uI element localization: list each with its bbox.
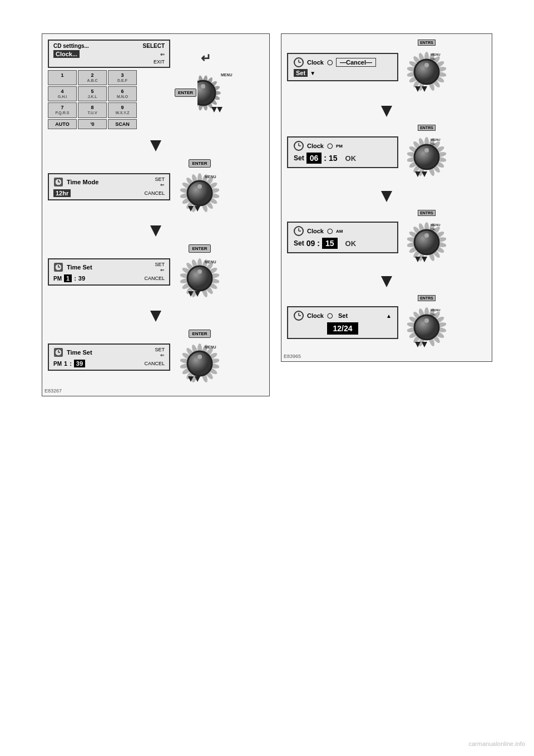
clock-icon-r4 <box>294 311 304 321</box>
am-label-r3: AM <box>336 229 343 234</box>
arrow-icon-3: ⇐ <box>160 267 165 273</box>
clock-icon-r2 <box>294 141 304 151</box>
key-8[interactable]: 8 T.U.V <box>78 102 107 117</box>
enter-button-4[interactable]: ENTER <box>189 330 210 338</box>
key-2[interactable]: 2 A.B.C <box>78 70 107 85</box>
clock-sub-icon-r2: ◯ <box>327 143 333 149</box>
svg-text:MENU: MENU <box>431 53 441 56</box>
key-6-label: 6 <box>121 89 123 94</box>
right-screen-3: Clock ◯ AM Set 09 : 15 OK <box>287 222 398 253</box>
key-9-sub: W.X.Y.Z <box>110 111 135 115</box>
knob-svg-r3: MENU OK <box>407 218 446 265</box>
key-scan[interactable]: SCAN <box>108 119 137 130</box>
key-9-label: 9 <box>121 105 123 110</box>
knob-svg-r1: MENU OK <box>407 47 446 95</box>
clock-label-r3: Clock <box>307 228 324 234</box>
svg-point-186 <box>424 233 429 238</box>
key-1-label: 1 <box>61 72 63 78</box>
colon-3: : <box>74 275 76 282</box>
set-label-r4: Set <box>338 312 348 319</box>
svg-text:OK: OK <box>431 143 436 146</box>
key-4[interactable]: 4 G.H.I <box>48 86 77 101</box>
min-value-3: 39 <box>78 275 85 282</box>
key-4-label: 4 <box>61 89 63 94</box>
clock-label-r4: Clock <box>307 312 324 319</box>
pm-label-r2: PM <box>336 144 343 149</box>
enter-button-1[interactable]: ENTER <box>175 89 196 97</box>
svg-marker-23 <box>217 107 222 112</box>
key-3-label: 3 <box>121 72 123 78</box>
set-label-3: SET <box>155 262 165 267</box>
svg-point-158 <box>424 148 429 153</box>
curved-arrow-icon: ↵ <box>201 51 211 66</box>
svg-text:OK: OK <box>431 228 436 231</box>
cd-settings-screen: CD settings... SELECT Clock... ⇐ EXIT <box>48 40 170 68</box>
key-auto[interactable]: AUTO <box>48 119 77 130</box>
fan-svg-1: MENU <box>197 68 236 118</box>
key-3[interactable]: 3 D.E.F <box>108 70 137 85</box>
svg-text:MENU: MENU <box>431 308 441 312</box>
svg-marker-134 <box>422 86 427 92</box>
key-2-sub: A.B.C <box>80 78 105 83</box>
cancel-label-4: CANCEL <box>144 361 165 366</box>
key-1[interactable]: 1 <box>48 70 77 85</box>
right-panel: Clock ◯ —Cancel— Set ▼ ENTRS <box>281 33 492 362</box>
arrow-icon-4: ⇐ <box>160 352 165 358</box>
key-2-label: 2 <box>91 72 93 78</box>
svg-point-214 <box>424 318 429 323</box>
clock-label-r1: Clock <box>307 59 324 66</box>
entrs-btn-r1[interactable]: ENTRS <box>418 40 436 46</box>
ok-label-r2: OK <box>345 154 357 163</box>
key-7[interactable]: 7 P.Q.R.S <box>48 102 77 117</box>
exit-label: EXIT <box>53 59 165 65</box>
arrow-icon-2: ⇐ <box>160 182 165 188</box>
svg-marker-80 <box>150 311 161 322</box>
knob-svg-4: MENU <box>180 340 219 385</box>
key-scan-label: SCAN <box>115 121 130 127</box>
diagrams-row: CD settings... SELECT Clock... ⇐ EXIT 1 <box>42 33 492 396</box>
key-6[interactable]: 6 M.N.O <box>108 86 137 101</box>
svg-text:MENU: MENU <box>221 73 233 77</box>
enter-button-3[interactable]: ENTER <box>189 244 210 253</box>
right-error-code: E83965 <box>284 354 301 359</box>
set-label-2: SET <box>155 176 165 182</box>
knob-area-r2: ENTRS <box>407 125 446 180</box>
key-5[interactable]: 5 J.K.L <box>78 86 107 101</box>
svg-text:OK: OK <box>431 313 436 316</box>
clock-icon-r1 <box>294 57 304 67</box>
svg-text:MENU: MENU <box>431 138 441 141</box>
colon-r3: : <box>317 239 320 248</box>
key-0[interactable]: '0 <box>78 119 107 130</box>
knob-svg-r4: MENU OK <box>407 303 446 350</box>
time-set-label-3: Time Set <box>67 264 92 271</box>
up-arrow-r4: ▲ <box>386 313 392 319</box>
entrs-btn-r4[interactable]: ENTRS <box>418 295 436 301</box>
enter-button-2[interactable]: ENTER <box>189 159 210 168</box>
right-screen-4: Clock ◯ Set ▲ 12/24 <box>287 306 398 339</box>
cancel-text-r1: —Cancel— <box>336 58 376 67</box>
svg-text:MENU: MENU <box>205 345 216 349</box>
time-set-label-4: Time Set <box>67 349 92 356</box>
svg-point-130 <box>424 63 429 67</box>
knob-1[interactable]: MENU <box>197 68 236 118</box>
entrs-btn-r3[interactable]: ENTRS <box>418 210 436 216</box>
colon-r2: : <box>324 154 327 163</box>
right-diagram4-block: Clock ◯ Set ▲ 12/24 ENTRS <box>287 295 486 350</box>
diagram4-block: Time Set SET ⇐ PM 1 : 39 CANCEL <box>48 330 264 385</box>
diagram1-block: CD settings... SELECT Clock... ⇐ EXIT 1 <box>48 40 264 129</box>
clock-sub-icon-r1: ◯ <box>327 60 333 65</box>
hour-highlighted-r2: 06 <box>306 153 322 164</box>
knob-svg-3: MENU <box>180 255 219 300</box>
knob-area-1: ↵ ENTER <box>175 51 236 118</box>
right-diagram3-block: Clock ◯ AM Set 09 : 15 OK ENTRS <box>287 210 486 265</box>
svg-point-76 <box>197 269 202 274</box>
minute-highlighted-r3: 15 <box>322 238 338 249</box>
svg-marker-135 <box>381 106 392 117</box>
key-9[interactable]: 9 W.X.Y.Z <box>108 102 137 117</box>
minute-r2: 15 <box>329 154 338 163</box>
entrs-btn-r2[interactable]: ENTRS <box>418 125 436 131</box>
clock-sub-icon-r4: ◯ <box>327 313 333 318</box>
right-screen-2: Clock ◯ PM Set 06 : 15 OK <box>287 136 398 168</box>
set-label-4: SET <box>155 347 165 352</box>
knob-area-r1: ENTRS <box>407 40 446 95</box>
